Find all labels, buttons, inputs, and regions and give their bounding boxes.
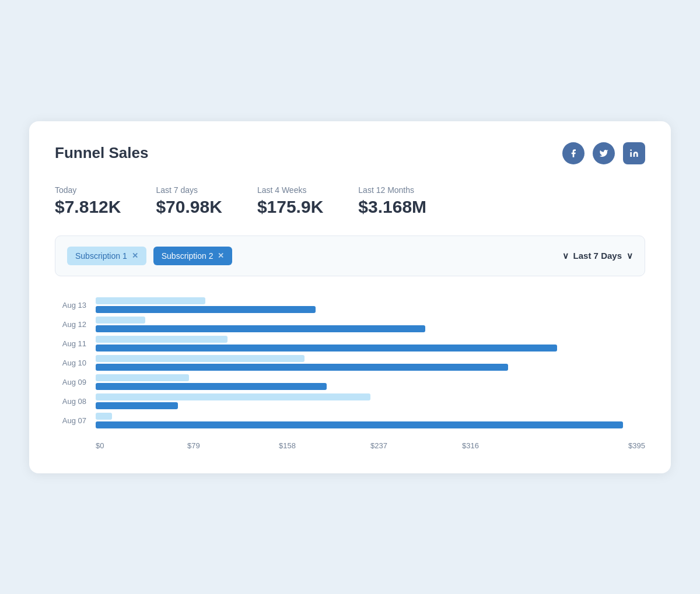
dark-bar (96, 402, 178, 409)
metric-label: Last 12 Months (358, 185, 426, 195)
x-tick: $158 (279, 441, 370, 450)
chart-row: Aug 11 (55, 336, 645, 352)
row-label: Aug 11 (55, 339, 96, 348)
filter-tag[interactable]: Subscription 2✕ (153, 247, 233, 265)
metric-value: $3.168M (358, 197, 426, 217)
tag-label: Subscription 1 (75, 251, 127, 261)
metrics-row: Today $7.812K Last 7 days $70.98K Last 4… (55, 185, 645, 217)
dark-bar (96, 345, 557, 352)
metric-label: Last 4 Weeks (257, 185, 323, 195)
dark-bar (96, 364, 508, 371)
metric-item: Last 7 days $70.98K (156, 185, 222, 217)
chart-area: Aug 13Aug 12Aug 11Aug 10Aug 09Aug 08Aug … (55, 297, 645, 450)
linkedin-icon[interactable] (623, 142, 645, 164)
row-label: Aug 09 (55, 378, 96, 386)
dark-bar (96, 306, 316, 313)
filter-bar: Subscription 1✕Subscription 2✕ ∨ Last 7 … (55, 236, 645, 276)
chart-rows: Aug 13Aug 12Aug 11Aug 10Aug 09Aug 08Aug … (55, 297, 645, 432)
period-selector[interactable]: ∨ Last 7 Days ∨ (562, 251, 633, 261)
twitter-icon[interactable] (593, 142, 615, 164)
metric-value: $70.98K (156, 197, 222, 217)
tag-label: Subscription 2 (162, 251, 214, 261)
metric-label: Today (55, 185, 121, 195)
chart-row: Aug 10 (55, 355, 645, 371)
light-bar (96, 355, 304, 362)
row-label: Aug 10 (55, 358, 96, 367)
main-card: Funnel Sales Today $7.812K (29, 121, 671, 473)
period-label: Last 7 Days (573, 251, 622, 261)
filter-tags: Subscription 1✕Subscription 2✕ (67, 247, 232, 265)
x-axis: $0$79$158$237$316$395 (55, 441, 645, 450)
row-label: Aug 12 (55, 320, 96, 329)
x-tick: $316 (462, 441, 554, 450)
chart-row: Aug 08 (55, 393, 645, 409)
tag-close[interactable]: ✕ (132, 251, 138, 260)
header: Funnel Sales (55, 142, 645, 164)
bars-container (96, 355, 645, 371)
x-tick: $237 (370, 441, 462, 450)
bars-container (96, 297, 645, 313)
filter-tag[interactable]: Subscription 1✕ (67, 247, 146, 265)
page-title: Funnel Sales (55, 144, 148, 162)
metric-value: $7.812K (55, 197, 121, 217)
light-bar (96, 393, 370, 400)
social-icons (562, 142, 645, 164)
bars-container (96, 393, 645, 409)
light-bar (96, 374, 189, 381)
x-tick: $0 (96, 441, 187, 450)
light-bar (96, 317, 145, 324)
row-label: Aug 08 (55, 397, 96, 406)
metric-item: Last 4 Weeks $175.9K (257, 185, 323, 217)
chart-row: Aug 12 (55, 317, 645, 332)
light-bar (96, 413, 112, 420)
bars-container (96, 317, 645, 332)
metric-item: Today $7.812K (55, 185, 121, 217)
metric-item: Last 12 Months $3.168M (358, 185, 426, 217)
x-tick: $395 (554, 441, 645, 450)
x-tick: $79 (187, 441, 279, 450)
chart-row: Aug 13 (55, 297, 645, 313)
period-chevron: ∨ (626, 251, 633, 261)
metric-value: $175.9K (257, 197, 323, 217)
bars-container (96, 413, 645, 428)
tag-close[interactable]: ✕ (218, 251, 224, 260)
chart-row: Aug 07 (55, 413, 645, 428)
row-label: Aug 07 (55, 416, 96, 425)
bars-container (96, 336, 645, 352)
metric-label: Last 7 days (156, 185, 222, 195)
chart-row: Aug 09 (55, 374, 645, 390)
row-label: Aug 13 (55, 301, 96, 310)
facebook-icon[interactable] (562, 142, 584, 164)
dark-bar (96, 421, 623, 428)
filter-chevron: ∨ (562, 251, 569, 261)
dark-bar (96, 383, 327, 390)
light-bar (96, 336, 228, 343)
dark-bar (96, 325, 425, 332)
svg-point-0 (630, 149, 632, 151)
bars-container (96, 374, 645, 390)
light-bar (96, 297, 205, 304)
